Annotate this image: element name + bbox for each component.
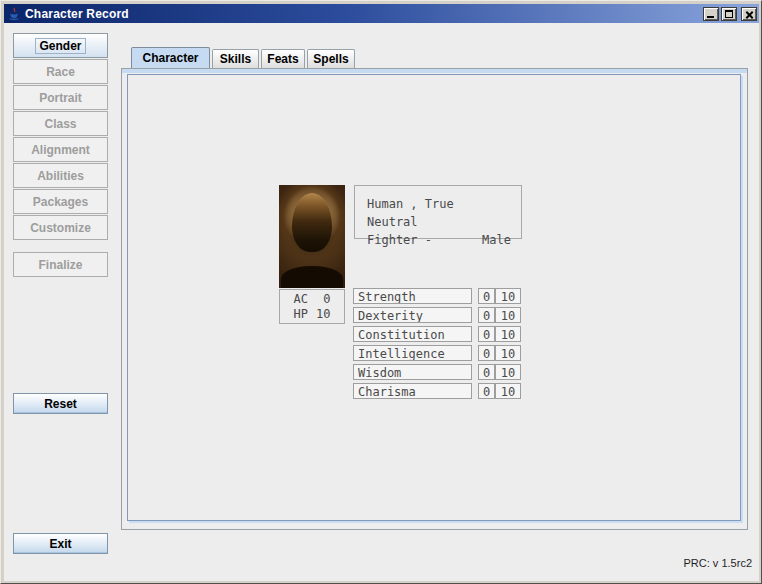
- reset-button[interactable]: Reset: [13, 393, 108, 414]
- ability-score-dexterity: 10: [495, 307, 521, 323]
- tab-feats[interactable]: Feats: [261, 49, 305, 68]
- ac-value: 0: [316, 292, 330, 307]
- hp-line: HP 10: [294, 307, 331, 322]
- exit-button[interactable]: Exit: [13, 533, 108, 554]
- sidebar-button-gender[interactable]: Gender: [13, 33, 108, 58]
- ability-name-wisdom: Wisdom: [353, 364, 472, 380]
- ability-mod-strength: 0: [478, 288, 495, 304]
- ability-name-strength: Strength: [353, 288, 472, 304]
- close-button[interactable]: [741, 7, 757, 21]
- version-label: PRC: v 1.5rc2: [684, 557, 752, 569]
- sidebar-button-alignment: Alignment: [13, 137, 108, 162]
- sidebar-button-race: Race: [13, 59, 108, 84]
- maximize-button[interactable]: [721, 7, 737, 21]
- summary-class: Fighter -: [367, 231, 432, 249]
- portrait-image: [279, 185, 345, 288]
- tab-skills[interactable]: Skills: [212, 49, 259, 68]
- ability-score-charisma: 10: [495, 383, 521, 399]
- ability-mod-wisdom: 0: [478, 364, 495, 380]
- sidebar-button-gender-label: Gender: [35, 38, 85, 54]
- portrait-head: [292, 193, 332, 252]
- ability-score-wisdom: 10: [495, 364, 521, 380]
- summary-class-gender: Fighter - Male: [367, 231, 511, 249]
- ability-mod-dexterity: 0: [478, 307, 495, 323]
- ability-name-dexterity: Dexterity: [353, 307, 472, 323]
- ability-name-intelligence: Intelligence: [353, 345, 472, 361]
- summary-gender: Male: [482, 231, 511, 249]
- character-summary-box: Human , True Neutral Fighter - Male: [354, 185, 522, 239]
- tab-spells[interactable]: Spells: [307, 49, 355, 68]
- ac-label: AC: [294, 292, 308, 307]
- maximize-icon: [725, 10, 733, 18]
- tab-highlight-strip: [122, 69, 747, 73]
- ability-score-intelligence: 10: [495, 345, 521, 361]
- ability-name-constitution: Constitution: [353, 326, 472, 342]
- sidebar-button-portrait: Portrait: [13, 85, 108, 110]
- ability-score-strength: 10: [495, 288, 521, 304]
- minimize-button[interactable]: [703, 7, 719, 21]
- character-record-window: Character Record Gender Race Portrait Cl…: [0, 0, 762, 584]
- ability-mod-charisma: 0: [478, 383, 495, 399]
- ac-line: AC 0: [294, 292, 331, 307]
- ability-mod-constitution: 0: [478, 326, 495, 342]
- hp-value: 10: [316, 307, 330, 322]
- minimize-icon: [707, 16, 714, 18]
- ac-hp-box: AC 0 HP 10: [279, 289, 345, 324]
- ability-mod-intelligence: 0: [478, 345, 495, 361]
- tab-character[interactable]: Character: [131, 47, 210, 68]
- window-title: Character Record: [25, 7, 701, 21]
- sidebar-button-class: Class: [13, 111, 108, 136]
- ability-name-charisma: Charisma: [353, 383, 472, 399]
- hp-label: HP: [294, 307, 308, 322]
- summary-race-alignment: Human , True Neutral: [367, 195, 511, 231]
- finalize-button: Finalize: [13, 252, 108, 277]
- sidebar-button-abilities: Abilities: [13, 163, 108, 188]
- titlebar[interactable]: Character Record: [4, 4, 759, 23]
- ability-score-constitution: 10: [495, 326, 521, 342]
- portrait-shoulders: [281, 266, 343, 288]
- sidebar-button-packages: Packages: [13, 189, 108, 214]
- sidebar-button-customize: Customize: [13, 215, 108, 240]
- java-icon: [7, 7, 21, 21]
